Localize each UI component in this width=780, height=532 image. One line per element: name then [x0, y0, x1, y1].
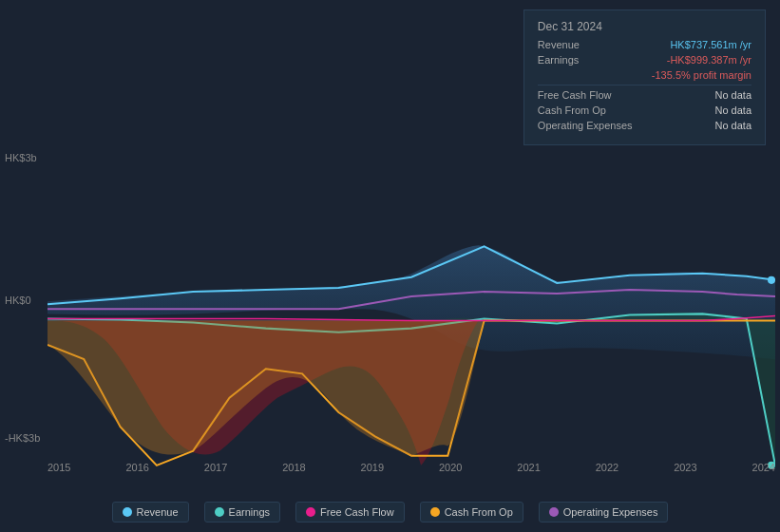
legend-revenue[interactable]: Revenue: [112, 502, 189, 522]
legend-cashfromop[interactable]: Cash From Op: [420, 502, 523, 522]
x-label-2017: 2017: [204, 462, 227, 473]
y-label-top: HK$3b: [5, 152, 37, 163]
legend-earnings[interactable]: Earnings: [204, 502, 280, 522]
revenue-end-dot: [768, 276, 775, 284]
tooltip-row-revenue: Revenue HK$737.561m /yr: [538, 39, 751, 50]
x-label-2016: 2016: [125, 462, 148, 473]
x-label-2020: 2020: [439, 462, 462, 473]
x-label-2022: 2022: [596, 462, 618, 473]
fcf-legend-label: Free Cash Flow: [320, 506, 394, 518]
x-label-2024: 2024: [752, 462, 775, 473]
y-label-mid: HK$0: [5, 294, 31, 306]
tooltip-card: Dec 31 2024 Revenue HK$737.561m /yr Earn…: [523, 10, 766, 145]
x-label-2019: 2019: [361, 462, 384, 473]
earnings-label: Earnings: [538, 54, 642, 66]
margin-value: -135.5% profit margin: [652, 69, 751, 81]
opex-legend-label: Operating Expenses: [563, 506, 658, 518]
earnings-legend-label: Earnings: [229, 506, 270, 518]
cashfromop-legend-dot: [430, 507, 440, 517]
earnings-value: -HK$999.387m /yr: [667, 54, 751, 66]
x-label-2018: 2018: [282, 462, 305, 473]
cfo-value: No data: [714, 104, 751, 116]
chart-area: [48, 166, 775, 475]
tooltip-date: Dec 31 2024: [538, 20, 751, 33]
fcf-label: Free Cash Flow: [538, 89, 642, 101]
fcf-value: No data: [714, 89, 751, 101]
cfo-label: Cash From Op: [538, 104, 642, 116]
legend-fcf[interactable]: Free Cash Flow: [295, 502, 405, 522]
opex-legend-dot: [549, 507, 559, 517]
opex-label: Operating Expenses: [538, 120, 642, 131]
tooltip-row-earnings: Earnings -HK$999.387m /yr: [538, 54, 751, 66]
x-label-2021: 2021: [517, 462, 540, 473]
revenue-label: Revenue: [538, 39, 642, 50]
x-label-2023: 2023: [674, 462, 696, 473]
legend-opex[interactable]: Operating Expenses: [539, 502, 669, 522]
y-label-bot: -HK$3b: [5, 432, 40, 444]
tooltip-row-fcf: Free Cash Flow No data: [538, 89, 751, 101]
tooltip-row-cfo: Cash From Op No data: [538, 104, 751, 116]
x-label-2015: 2015: [48, 462, 70, 473]
opex-value: No data: [714, 120, 751, 131]
revenue-value: HK$737.561m /yr: [670, 39, 751, 50]
x-axis-labels: 2015 2016 2017 2018 2019 2020 2021 2022 …: [48, 462, 775, 473]
fcf-legend-dot: [306, 507, 315, 517]
revenue-legend-label: Revenue: [137, 506, 179, 518]
revenue-legend-dot: [123, 507, 132, 517]
tooltip-row-margin: -135.5% profit margin: [538, 69, 751, 81]
chart-legend: Revenue Earnings Free Cash Flow Cash Fro…: [0, 502, 780, 522]
chart-svg: [48, 166, 775, 475]
tooltip-row-opex: Operating Expenses No data: [538, 120, 751, 131]
earnings-legend-dot: [215, 507, 224, 517]
cashfromop-legend-label: Cash From Op: [445, 506, 513, 518]
